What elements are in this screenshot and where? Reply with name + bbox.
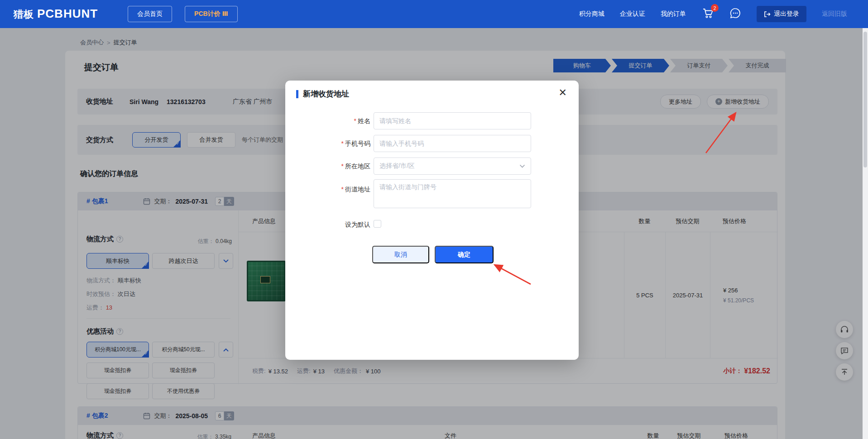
page-scrollbar-thumb[interactable] [863,32,867,167]
street-field-label: *街道地址 [285,186,370,194]
name-label-text: 姓名 [358,117,370,124]
modal-title: 新增收货地址 [303,89,349,99]
region-placeholder: 选择省/市/区 [379,162,415,170]
logout-icon [764,11,771,18]
nav-link-enterprise-cert[interactable]: 企业认证 [620,10,645,18]
region-field-label: *所在地区 [285,162,370,171]
street-field[interactable] [374,179,531,208]
logo-en-text: PCBHUNT [37,7,98,21]
set-default-label: 设为默认 [285,221,370,229]
chat-bubble-icon [729,7,741,19]
add-address-modal: 新增收货地址 ✕ *姓名 *手机号码 *所在地区 选择省/市/区 *街道地址 设… [285,81,579,360]
cart-count-badge: 2 [711,4,719,12]
required-marker: * [341,186,344,193]
required-marker: * [354,117,356,124]
brand-logo[interactable]: 猎板 PCBHUNT [14,7,98,21]
street-label-text: 街道地址 [345,186,370,193]
top-navbar: 猎板 PCBHUNT 会员首页 PCB计价 Ⅲ 积分商城 企业认证 我的订单 2 [0,0,868,28]
required-marker: * [341,162,344,170]
region-select[interactable]: 选择省/市/区 [374,157,531,175]
phone-field[interactable] [374,135,531,152]
chevron-down-icon [519,164,525,168]
app-root: 猎板 PCBHUNT 会员首页 PCB计价 Ⅲ 积分商城 企业认证 我的订单 2 [0,0,868,439]
customer-service-button[interactable] [729,7,741,21]
cart-button[interactable]: 2 [702,8,714,20]
member-home-button[interactable]: 会员首页 [128,6,172,22]
modal-close-icon[interactable]: ✕ [559,87,567,99]
phone-label-text: 手机号码 [345,140,370,147]
page-scrollbar-track [863,28,868,439]
old-version-link[interactable]: 返回旧版 [822,10,847,18]
logo-cn-text: 猎板 [14,8,34,21]
title-accent-bar [296,90,298,98]
region-label-text: 所在地区 [345,162,370,170]
required-marker: * [341,140,344,147]
pcb-pricing-button[interactable]: PCB计价 Ⅲ [185,6,238,22]
confirm-button[interactable]: 确定 [435,246,494,263]
modal-header: 新增收货地址 [296,89,349,99]
name-field-label: *姓名 [285,117,370,125]
logout-button[interactable]: 退出登录 [757,6,806,22]
cancel-button[interactable]: 取消 [372,246,429,263]
logout-label: 退出登录 [774,10,799,18]
nav-link-points-mall[interactable]: 积分商城 [579,10,604,18]
set-default-checkbox[interactable] [374,220,381,228]
phone-field-label: *手机号码 [285,140,370,148]
nav-link-my-orders[interactable]: 我的订单 [661,10,686,18]
name-field[interactable] [374,112,531,129]
